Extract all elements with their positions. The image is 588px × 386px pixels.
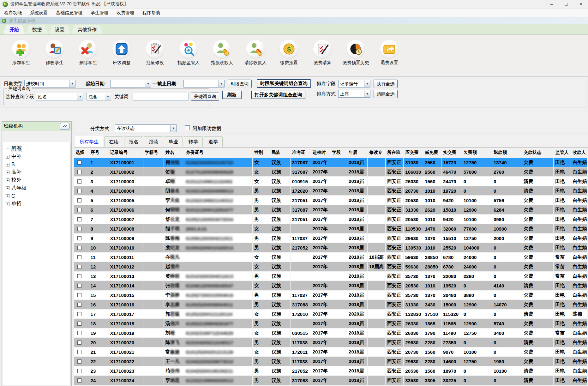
column-header-姓名[interactable]: 姓名 [164,148,184,157]
start-date-select[interactable]: ▼ [110,80,151,87]
refresh-button[interactable]: 刷新 [222,91,242,99]
table-row[interactable]: 11X17100011乔雨凡女汉族2017年2018届18届高西安正596302… [74,253,587,262]
status-tab-所有学生[interactable]: 所有学生 [75,136,103,147]
table-row[interactable]: 17X17100017郭思韫612522200111120124女汉族17201… [74,310,587,318]
column-header-身份证号[interactable]: 身份证号 [184,148,252,157]
menu-item-程序功能[interactable]: 程序功能 [0,9,26,17]
row-checkbox[interactable] [77,331,81,335]
menu-item-基础信息管理[interactable]: 基础信息管理 [52,9,87,17]
row-checkbox[interactable] [77,217,81,221]
row-checkbox[interactable] [77,236,81,240]
row-checkbox[interactable] [77,179,81,184]
expand-icon[interactable]: + [6,186,9,190]
table-row[interactable]: 16X17100016李志康610525200008064511男汉族31708… [74,300,587,309]
expand-icon[interactable]: + [6,171,9,174]
clear-all-button[interactable]: 清除全选 [374,90,398,98]
table-row[interactable]: 2X17100002贺璇612731200008060628女汉族3170872… [74,167,587,176]
table-row[interactable]: 8X17100008熊子琪2001.8.21女汉族2017年2018届西安正11… [74,224,587,233]
expand-icon[interactable]: + [6,194,9,198]
expand-icon[interactable]: + [6,202,9,206]
row-checkbox[interactable] [77,303,81,307]
status-tab-跟读[interactable]: 跟读 [144,136,163,147]
table-row[interactable]: 9X17100009陈春梅610581200304211911男汉族117037… [74,234,587,243]
keyword-query-button[interactable]: 关键词查询 [191,93,219,101]
tree-item-B[interactable]: +B [6,160,70,168]
tree-item-校外[interactable]: +校外 [6,176,70,184]
ribbon-tab-设置[interactable]: 设置 [49,25,71,34]
row-checkbox[interactable] [77,208,81,212]
expand-icon[interactable]: + [6,163,9,166]
row-checkbox[interactable] [77,265,81,269]
keyword-input[interactable] [133,93,189,100]
ribbon-tab-其他操作[interactable]: 其他操作 [71,25,103,34]
table-row[interactable]: 10X17100010裴纪龙610502200010320014男汉族21705… [74,243,587,252]
toolbar-button-fee-history[interactable]: 缴费预置历史 [339,40,373,66]
close-button[interactable]: ✕ [573,0,588,8]
toolbar-button-batch-edit[interactable]: 批量修改 [138,40,172,66]
ribbon-tab-数据[interactable]: 数据 [26,25,48,34]
row-checkbox[interactable] [77,322,81,326]
end-date-select[interactable]: ▼ [183,80,225,87]
column-header-进校时[interactable]: 进校时 [311,148,330,157]
column-header-民族[interactable]: 民族 [270,148,290,157]
column-header-性别[interactable]: 性别 [253,148,270,157]
column-header-欠费额[interactable]: 欠费额 [462,148,492,157]
table-row[interactable]: 7X17100007舒云龙610521200003072034男汉族217051… [74,215,587,224]
match-mode-select[interactable]: 包含 ▼ [87,93,111,100]
table-row[interactable]: 1X17100001何佳悦610623200003150723女汉族317087… [74,158,587,167]
column-header-收款人[interactable]: 收款人 [571,148,587,157]
multi-keyword-query-button[interactable]: 打开多关键词组合查询 [251,91,305,99]
table-row[interactable]: 21X17100021常婌婕610125200201213128女汉族17201… [74,347,587,356]
row-checkbox[interactable] [77,312,81,316]
status-tab-退学[interactable]: 退学 [204,136,223,147]
status-tab-毕业[interactable]: 毕业 [164,136,183,147]
row-checkbox[interactable] [77,227,81,231]
menu-item-系统设置[interactable]: 系统设置 [26,9,52,17]
row-checkbox[interactable] [77,369,81,373]
table-row[interactable]: 18X17100018汤信川610522199809281877男汉族2017年… [74,319,587,328]
toolbar-button-add-student[interactable]: 添加学生 [4,40,38,66]
column-header-学段[interactable]: 学段 [330,148,347,157]
status-tab-在读[interactable]: 在读 [104,136,123,147]
column-header-应交费[interactable]: 应交费 [404,148,423,157]
period-keyword-query-button[interactable]: 时段和关键词组合查询 [257,79,311,88]
table-row[interactable]: 6X17100006何明明610121200012291077男汉族317087… [74,205,587,214]
date-type-select[interactable]: 进校时间 ▼ [24,80,75,87]
column-header-学籍号[interactable]: 学籍号 [143,148,164,157]
tree-item-单招[interactable]: +单招 [6,200,70,208]
row-checkbox[interactable] [77,189,81,193]
tree-item-所有[interactable]: 所有 [6,145,70,153]
table-row[interactable]: 5X17100005李天佑612322199921140312男汉族217051… [74,196,587,205]
column-header-年届[interactable]: 年届 [347,148,367,157]
toolbar-button-class-adjust[interactable]: 班级调整 [105,40,138,66]
column-header-选择[interactable]: 选择 [74,148,89,157]
ribbon-tab-开始[interactable]: 开始 [3,25,25,34]
row-checkbox[interactable] [77,359,81,364]
column-header-修读专[interactable]: 修读专 [368,148,385,157]
row-checkbox[interactable] [77,255,81,259]
row-checkbox[interactable] [77,350,81,354]
status-tab-转学[interactable]: 转学 [184,136,203,147]
toolbar-button-clear-payee[interactable]: 清除收款人 [239,40,272,66]
extra-visit-data-checkbox[interactable] [185,125,190,130]
table-row[interactable]: 13X17100013黄峥桓61010320030401161X男汉族2018届… [74,272,587,280]
period-query-button[interactable]: 时段查询 [228,80,252,88]
column-header-记录编号[interactable]: 记录编号 [108,148,143,157]
row-checkbox[interactable] [77,246,81,250]
column-header-交款状态[interactable]: 交款状态 [522,148,553,157]
sort-field-select[interactable]: 记录编号 ▼ [338,80,370,87]
column-header-减免费[interactable]: 减免费 [423,148,441,157]
menu-item-收费管理[interactable]: 收费管理 [112,9,138,17]
row-checkbox[interactable] [77,293,81,297]
table-row[interactable]: 23X17100023苟佳伟610425200108150211男汉族21705… [74,366,587,375]
select-all-button[interactable]: 执行全选 [374,80,398,88]
expand-icon[interactable]: + [6,155,9,159]
tree-item-C[interactable]: +C [6,192,70,200]
toolbar-button-assign-supervisor[interactable]: 指派监管人 [172,40,205,66]
table-row[interactable]: 4X17100004阴俊名610221200204090013男汉族172020… [74,186,587,195]
column-header-监管人[interactable]: 监管人 [554,148,571,157]
menu-item-学生管理[interactable]: 学生管理 [87,9,112,17]
row-checkbox[interactable] [77,341,81,345]
toolbar-button-delete-student[interactable]: 删除学生 [71,40,105,66]
collapse-panel-button[interactable]: << [60,123,69,130]
